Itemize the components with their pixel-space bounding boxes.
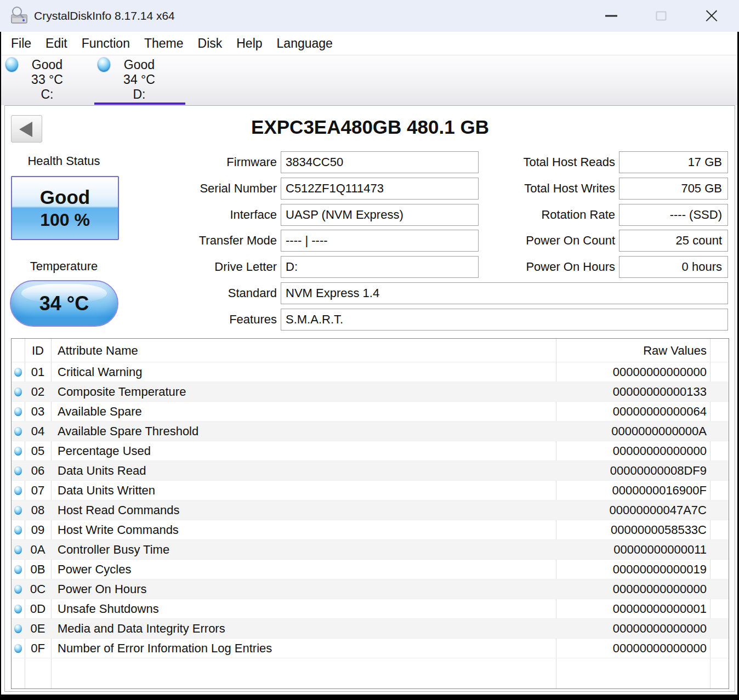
- drive-model-title: EXPC3EA480GB 480.1 GB: [41, 116, 699, 138]
- drive-status-orb-icon: [98, 58, 110, 72]
- smart-row-0e[interactable]: 0EMedia and Data Integrity Errors0000000…: [12, 619, 729, 639]
- menu-item-function[interactable]: Function: [75, 32, 137, 55]
- temperature-label: Temperature: [8, 259, 120, 274]
- attribute-name: Percentage Used: [58, 441, 151, 461]
- selected-tab-underline: [94, 103, 185, 105]
- attribute-status-orb-icon: [14, 427, 22, 436]
- attribute-status-orb-icon: [14, 545, 22, 554]
- smart-row-06[interactable]: 06Data Units Read00000000008DF9: [12, 461, 729, 481]
- menu-item-disk[interactable]: Disk: [191, 32, 230, 55]
- smart-row-01[interactable]: 01Critical Warning00000000000000: [12, 362, 729, 382]
- attribute-id: 07: [25, 481, 51, 500]
- attribute-raw-value: 00000000008DF9: [556, 461, 707, 481]
- attribute-status-orb-icon: [14, 506, 22, 515]
- drive-status-orb-icon: [5, 58, 18, 72]
- attribute-id: 03: [25, 402, 51, 422]
- attribute-raw-value: 00000000000011: [556, 540, 707, 560]
- close-icon: [705, 9, 718, 22]
- attribute-id: 04: [25, 422, 51, 441]
- serial-number-value[interactable]: C512ZF1Q111473: [281, 178, 479, 200]
- health-status-indicator: Good 100 %: [11, 176, 119, 240]
- total-host-writes-value[interactable]: 705 GB: [619, 178, 728, 200]
- smart-row-08[interactable]: 08Host Read Commands00000000047A7C: [12, 500, 729, 520]
- attribute-status-orb-icon: [14, 486, 22, 495]
- menu-item-language[interactable]: Language: [270, 32, 340, 55]
- window-border-bottom: [0, 695, 739, 700]
- attribute-name: Power On Hours: [58, 579, 147, 599]
- drive-tab-d[interactable]: Good34 °CD:: [93, 55, 185, 106]
- attribute-id: 08: [25, 500, 51, 520]
- attribute-id: 06: [25, 461, 51, 481]
- attribute-name: Controller Busy Time: [58, 540, 169, 560]
- drive-tab-letter-label: C:: [1, 88, 93, 103]
- smart-row-0d[interactable]: 0DUnsafe Shutdowns00000000000001: [12, 599, 729, 619]
- attribute-raw-value: 0000000016900F: [556, 481, 707, 500]
- close-button[interactable]: [695, 0, 728, 32]
- attribute-name: Unsafe Shutdowns: [58, 599, 159, 619]
- menu-item-edit[interactable]: Edit: [38, 32, 75, 55]
- attribute-name: Data Units Read: [58, 461, 146, 481]
- smart-row-04[interactable]: 04Available Spare Threshold0000000000000…: [12, 422, 729, 441]
- attribute-name: Data Units Written: [58, 481, 155, 500]
- titlebar: CrystalDiskInfo 8.17.14 x64: [0, 0, 739, 32]
- power-on-hours-label: Power On Hours: [482, 256, 615, 278]
- smart-row-0f[interactable]: 0FNumber of Error Information Log Entrie…: [12, 639, 729, 658]
- smart-row-09[interactable]: 09Host Write Commands0000000058533C: [12, 520, 729, 540]
- attribute-id: 01: [25, 362, 51, 382]
- attribute-id: 0D: [25, 599, 51, 619]
- rotation-rate-value[interactable]: ---- (SSD): [619, 204, 728, 226]
- attribute-raw-value: 00000000000000: [556, 579, 707, 599]
- attribute-id: 0A: [25, 540, 51, 560]
- temperature-value: 34 °C: [39, 292, 89, 315]
- attribute-name: Available Spare: [58, 402, 142, 422]
- attribute-status-orb-icon: [14, 466, 22, 475]
- attribute-raw-value: 00000000000000: [556, 619, 707, 639]
- back-button[interactable]: [11, 115, 42, 143]
- total-host-reads-value[interactable]: 17 GB: [619, 151, 728, 173]
- power-on-count-value[interactable]: 25 count: [619, 230, 728, 252]
- standard-value[interactable]: NVM Express 1.4: [281, 282, 728, 304]
- attribute-raw-value: 00000000000001: [556, 599, 707, 619]
- smart-row-03[interactable]: 03Available Spare00000000000064: [12, 402, 729, 422]
- smart-row-0b[interactable]: 0BPower Cycles00000000000019: [12, 560, 729, 579]
- attribute-status-orb-icon: [14, 565, 22, 574]
- attribute-status-orb-icon: [14, 407, 22, 416]
- transfer-mode-value[interactable]: ---- | ----: [281, 230, 479, 252]
- header-attribute-name: Attribute Name: [58, 339, 138, 362]
- drive-letter-label: Drive Letter: [137, 256, 277, 278]
- smart-table-body: 01Critical Warning0000000000000002Compos…: [12, 362, 729, 658]
- drive-tab-letter-label: D:: [93, 88, 185, 103]
- smart-row-0a[interactable]: 0AController Busy Time00000000000011: [12, 540, 729, 560]
- attribute-raw-value: 00000000000000: [556, 441, 707, 461]
- drive-letter-value[interactable]: D:: [281, 256, 479, 278]
- attribute-status-orb-icon: [14, 447, 22, 456]
- smart-row-05[interactable]: 05Percentage Used00000000000000: [12, 441, 729, 461]
- standard-label: Standard: [137, 282, 277, 304]
- minimize-button[interactable]: [595, 0, 628, 32]
- menu-item-help[interactable]: Help: [229, 32, 269, 55]
- attribute-raw-value: 00000000000000: [556, 639, 707, 658]
- maximize-button[interactable]: [645, 0, 678, 32]
- attribute-raw-value: 00000000000064: [556, 402, 707, 422]
- attribute-raw-value: 00000000000019: [556, 560, 707, 579]
- attribute-id: 09: [25, 520, 51, 540]
- attribute-name: Media and Data Integrity Errors: [58, 619, 225, 639]
- attribute-raw-value: 0000000000000A: [556, 422, 707, 441]
- smart-row-02[interactable]: 02Composite Temperature00000000000133: [12, 382, 729, 402]
- smart-row-0c[interactable]: 0CPower On Hours00000000000000: [12, 579, 729, 599]
- total-host-writes-label: Total Host Writes: [482, 178, 615, 200]
- serial-number-label: Serial Number: [137, 178, 277, 200]
- interface-value[interactable]: UASP (NVM Express): [281, 204, 479, 226]
- smart-row-07[interactable]: 07Data Units Written0000000016900F: [12, 481, 729, 500]
- menu-item-theme[interactable]: Theme: [137, 32, 191, 55]
- menu-item-file[interactable]: File: [4, 32, 38, 55]
- attribute-status-orb-icon: [14, 585, 22, 594]
- attribute-name: Power Cycles: [58, 560, 131, 579]
- firmware-value[interactable]: 3834CC50: [281, 151, 479, 173]
- drive-tab-c[interactable]: Good33 °CC:: [1, 55, 93, 106]
- window-title: CrystalDiskInfo 8.17.14 x64: [34, 0, 175, 32]
- features-value[interactable]: S.M.A.R.T.: [281, 309, 728, 331]
- window-border-left: [0, 32, 1, 700]
- power-on-hours-value[interactable]: 0 hours: [619, 256, 728, 278]
- health-status-value: Good: [40, 187, 90, 207]
